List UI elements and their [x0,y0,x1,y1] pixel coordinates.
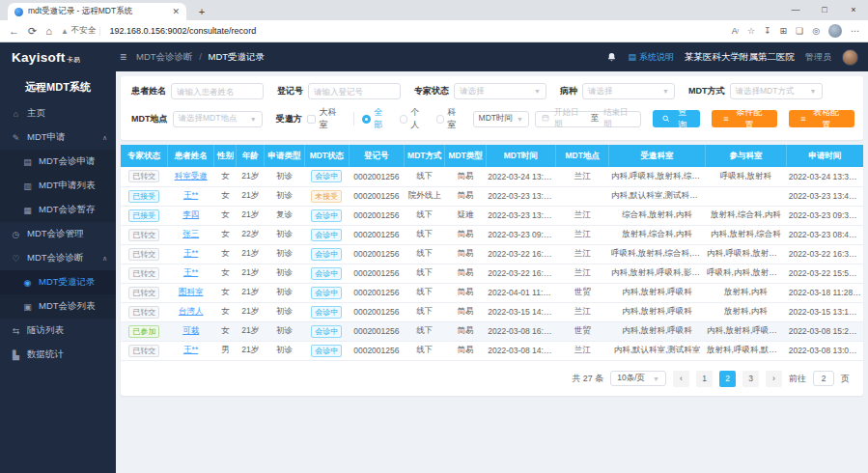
mdt-mode-label: MDT方式 [688,85,725,97]
sidebar-item-consult-diagnosis[interactable]: ♡ MDT会诊诊断 ∧ [0,246,116,270]
patient-name-link[interactable]: 科室受邀 [175,171,208,181]
column-header: 登记号 [349,145,405,167]
split-screen-icon[interactable]: ❏ [796,26,803,36]
table-row: 已接受李四女21岁复诊会诊中0002001256线下疑难2022-03-23 1… [121,206,863,225]
sidebar-item-mdt-apply[interactable]: ✎ MDT申请 ∧ [0,125,116,150]
download-icon[interactable]: ↧ [764,26,771,36]
mdt-status-badge: 会诊中 [311,209,342,222]
home-icon[interactable]: ⌂ [45,25,52,37]
patient-name-link[interactable]: 图科室 [179,287,204,296]
breadcrumb-current: MDT受邀记录 [209,51,266,62]
radio-dept[interactable]: 科室 [436,106,464,131]
expert-status-select[interactable]: 请选择▼ [454,83,546,99]
sidebar-item-followup-list[interactable]: ⇆ 随访列表 [0,319,116,343]
favorite-star-icon[interactable]: ☆ [747,26,755,36]
mdt-status-badge: 会诊中 [311,287,342,299]
mdt-status-badge: 未接受 [311,190,342,203]
collections-icon[interactable]: ⊞ [780,26,788,36]
config-icon: ≡ [723,114,728,124]
sidebar: 远程MDT系统 ⌂ 主页 ✎ MDT申请 ∧ ▤ MDT会诊申请 ▥ MDT申请… [0,71,116,473]
column-header: 性别 [214,145,237,167]
browser-profile-avatar[interactable] [828,24,842,38]
window-maximize-button[interactable]: □ [810,0,839,20]
chevron-up-icon: ∧ [102,134,107,142]
patient-name-link[interactable]: 台湾人 [179,306,204,316]
next-page-button[interactable]: › [766,371,782,387]
mdt-place-select[interactable]: 请选择MDT地点▼ [173,111,263,127]
patient-name-link[interactable]: 王** [183,248,198,258]
expert-status-label: 专家状态 [414,85,449,97]
read-aloud-icon[interactable]: Aᵎ [732,26,739,36]
shield-icon: ▣ [22,302,33,312]
patient-name-link[interactable]: 王** [183,345,198,354]
chevron-up-icon: ∧ [102,255,107,263]
tab-close-icon[interactable]: ✕ [172,7,180,16]
patient-name-link[interactable]: 王** [183,190,198,200]
sidebar-item-consult-apply[interactable]: ▤ MDT会诊申请 [0,150,116,174]
condition-config-button[interactable]: ≡ 条件配置 [712,110,777,127]
breadcrumb-parent: MDT会诊诊断 [136,51,193,62]
radio-personal[interactable]: 个人 [400,106,428,131]
sidebar-collapse-icon[interactable]: ≡ [120,50,126,64]
patient-name-input[interactable] [171,83,264,99]
table-config-button[interactable]: ≡ 表格配置 [789,110,854,127]
url-text[interactable]: 192.168.0.156:9002/consultate/record [110,26,723,36]
column-header: MDT方式 [405,145,445,167]
page-size-select[interactable]: 10条/页▼ [610,371,666,386]
patient-name-link[interactable]: 王** [183,267,198,277]
table-row: 已转交王**女21岁初诊会诊中0002001256线下简易2022-03-22 … [121,264,863,283]
date-range-picker[interactable]: 开始日期 至 结束日期 [535,111,641,127]
window-minimize-button[interactable]: — [781,0,810,20]
page-button-1[interactable]: 1 [696,371,713,387]
sidebar-item-consult-list[interactable]: ▣ MDT会诊列表 [0,294,116,319]
reg-no-input[interactable] [308,83,401,99]
patient-name-link[interactable]: 可栽 [182,325,199,335]
heart-icon: ♡ [11,254,21,264]
browser-menu-icon[interactable]: ⋯ [851,26,859,36]
sidebar-item-apply-list[interactable]: ▥ MDT申请列表 [0,174,116,198]
column-header: MDT地点 [556,145,609,167]
notification-bell-icon[interactable] [606,52,617,63]
window-close-button[interactable]: × [839,0,868,20]
chevron-down-icon: ▼ [653,376,659,382]
time-field-select[interactable]: MDT时间▼ [473,111,529,127]
table-body: 已转交科室受邀女21岁初诊会诊中0002001256线下简易2022-03-24… [121,167,863,360]
sidebar-item-consult-draft[interactable]: ▦ MDT会诊暂存 [0,198,116,222]
browser-tab[interactable]: mdt受邀记录 - 远程MDT系统 ✕ [8,3,186,20]
column-header: 参与科室 [705,145,787,167]
patient-name-link[interactable]: 李四 [182,209,199,219]
browser-url-bar: ← ⟳ ⌂ ▲ 不安全 | 192.168.0.156:9002/consult… [0,20,868,42]
sidebar-item-statistics[interactable]: ▙ 数据统计 [0,343,116,367]
radio-all[interactable]: 全部 [362,106,390,131]
site-security[interactable]: ▲ 不安全 | [61,25,101,37]
new-tab-button[interactable]: + [192,4,211,19]
expert-status-badge: 已转交 [128,248,159,261]
prev-page-button[interactable]: ‹ [673,371,689,387]
system-help-link[interactable]: ▤ 系统说明 [628,51,674,64]
sidebar-item-consult-manage[interactable]: ◷ MDT会诊管理 [0,222,116,246]
patient-name-link[interactable]: 张三 [182,229,199,238]
back-icon[interactable]: ← [9,25,19,37]
table-row: 已转交图科室女21岁初诊会诊中0002001256线下简易2022-04-01 … [121,283,863,302]
main-content: 患者姓名 登记号 专家状态 请选择▼ 病种 请选择▼ MDT方式 请选择MDT方… [116,71,868,473]
app-header: Kayisoft卡易 ≡ MDT会诊诊断 / MDT受邀记录 ▤ 系统说明 某某… [0,42,868,71]
column-header: 申请时间 [787,145,863,167]
sidebar-item-home[interactable]: ⌂ 主页 [0,101,116,125]
disease-select[interactable]: 请选择▼ [582,83,675,99]
extensions-icon[interactable]: ◎ [812,26,820,36]
mdt-mode-select[interactable]: 请选择MDT方式▼ [730,83,823,99]
mdt-status-badge: 会诊中 [311,248,342,261]
sidebar-item-invited-records[interactable]: ◉ MDT受邀记录 [0,270,116,294]
user-role[interactable]: 管理员 [805,51,831,64]
records-table: 专家状态患者姓名性别年龄申请类型MDT状态登记号MDT方式MDT类型MDT时间M… [121,145,863,361]
user-avatar[interactable] [842,49,858,66]
goto-page-input[interactable] [813,371,834,386]
page-button-3[interactable]: 3 [742,371,759,387]
refresh-icon[interactable]: ⟳ [28,25,37,38]
search-button[interactable]: 查询 [653,110,700,127]
share-icon: ⇆ [11,326,21,336]
big-dept-checkbox[interactable]: 大科室 [307,106,345,131]
goto-suffix: 页 [841,373,850,385]
page-button-2[interactable]: 2 [719,371,736,387]
date-to-label: 至 [590,113,599,125]
